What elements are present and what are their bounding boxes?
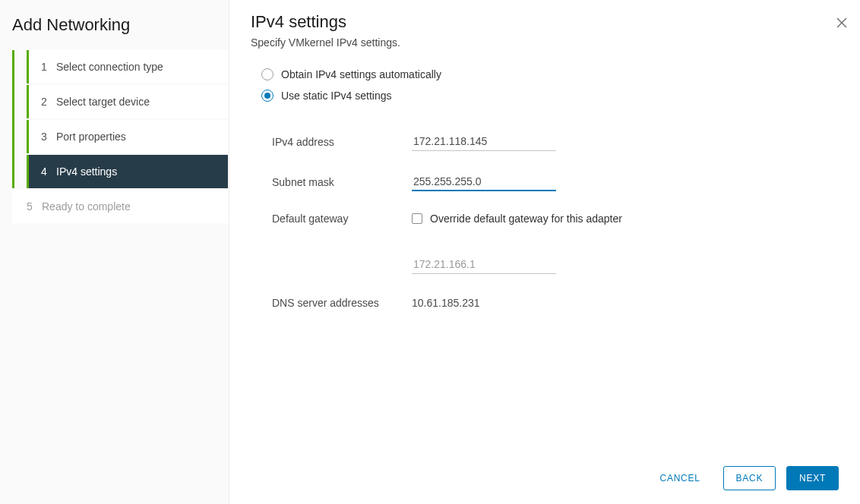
override-gateway-checkbox[interactable]: Override default gateway for this adapte… bbox=[412, 213, 839, 225]
radio-use-static[interactable]: Use static IPv4 settings bbox=[261, 90, 839, 102]
wizard-step-target-device[interactable]: 2 Select target device bbox=[27, 85, 228, 118]
row-dns: DNS server addresses 10.61.185.231 bbox=[272, 297, 839, 309]
row-ipv4-address: IPv4 address bbox=[272, 132, 839, 151]
wizard-step-ready-complete: 5 Ready to complete bbox=[12, 190, 228, 223]
default-gateway-label: Default gateway bbox=[272, 213, 412, 225]
subnet-mask-input[interactable] bbox=[412, 172, 556, 191]
page-title: IPv4 settings bbox=[251, 12, 839, 32]
ipv4-address-input[interactable] bbox=[412, 132, 556, 151]
radio-label: Use static IPv4 settings bbox=[281, 90, 392, 102]
close-icon bbox=[836, 19, 848, 31]
radio-label: Obtain IPv4 settings automatically bbox=[281, 68, 441, 80]
next-button[interactable]: NEXT bbox=[786, 466, 839, 490]
wizard-step-ipv4-settings[interactable]: 4 IPv4 settings bbox=[27, 155, 228, 188]
step-number: 5 bbox=[27, 200, 42, 213]
dns-value: 10.61.185.231 bbox=[412, 297, 839, 309]
step-label: IPv4 settings bbox=[56, 165, 117, 178]
page-subtitle: Specify VMkernel IPv4 settings. bbox=[251, 36, 839, 49]
subnet-mask-label: Subnet mask bbox=[272, 176, 412, 188]
wizard-sidebar: Add Networking 1 Select connection type … bbox=[0, 0, 229, 504]
row-default-gateway: Default gateway Override default gateway… bbox=[272, 213, 839, 274]
step-number: 4 bbox=[41, 165, 56, 178]
step-label: Select connection type bbox=[56, 61, 163, 73]
wizard-track: 1 Select connection type 2 Select target… bbox=[12, 50, 229, 188]
step-number: 3 bbox=[41, 131, 56, 143]
ip-mode-radio-group: Obtain IPv4 settings automatically Use s… bbox=[261, 68, 839, 111]
wizard-step-port-properties[interactable]: 3 Port properties bbox=[27, 120, 228, 153]
step-label: Select target device bbox=[56, 96, 150, 108]
step-label: Ready to complete bbox=[42, 200, 131, 213]
cancel-button[interactable]: CANCEL bbox=[648, 466, 713, 490]
default-gateway-input bbox=[412, 255, 556, 274]
back-button[interactable]: BACK bbox=[723, 466, 776, 490]
wizard-step-connection-type[interactable]: 1 Select connection type bbox=[27, 50, 228, 83]
wizard-title: Add Networking bbox=[0, 12, 229, 49]
step-label: Port properties bbox=[56, 131, 126, 143]
ipv4-address-label: IPv4 address bbox=[272, 136, 412, 148]
close-button[interactable] bbox=[836, 17, 848, 31]
wizard-steps-list: 1 Select connection type 2 Select target… bbox=[0, 50, 229, 223]
checkbox-icon bbox=[412, 213, 422, 224]
wizard-footer: CANCEL BACK NEXT bbox=[251, 455, 839, 504]
step-number: 2 bbox=[41, 96, 56, 108]
wizard-main-panel: IPv4 settings Specify VMkernel IPv4 sett… bbox=[229, 0, 860, 504]
radio-icon bbox=[261, 90, 273, 102]
checkbox-label: Override default gateway for this adapte… bbox=[430, 213, 622, 225]
row-subnet-mask: Subnet mask bbox=[272, 172, 839, 191]
add-networking-wizard: Add Networking 1 Select connection type … bbox=[0, 0, 860, 504]
dns-label: DNS server addresses bbox=[272, 297, 412, 309]
radio-icon bbox=[261, 68, 273, 80]
step-number: 1 bbox=[41, 61, 56, 73]
ipv4-form: IPv4 address Subnet mask Default gateway… bbox=[272, 132, 839, 330]
radio-obtain-auto[interactable]: Obtain IPv4 settings automatically bbox=[261, 68, 839, 80]
